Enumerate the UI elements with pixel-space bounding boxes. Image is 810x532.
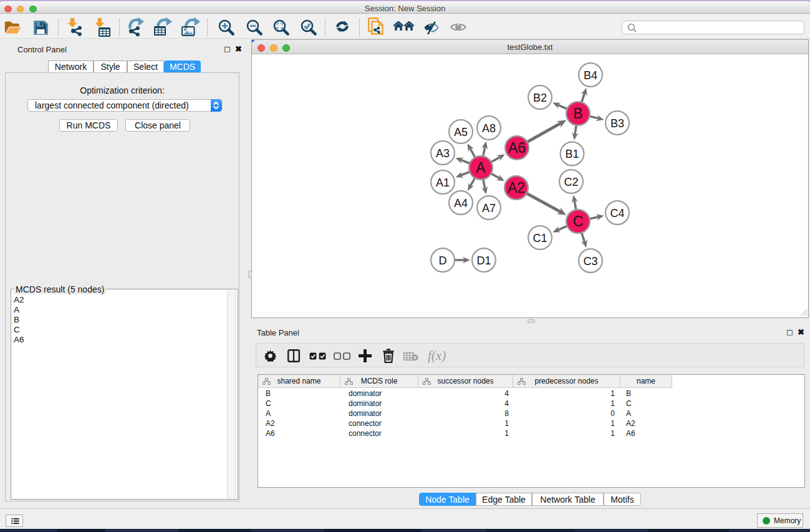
svg-text:A4: A4 xyxy=(454,197,468,210)
svg-text:A: A xyxy=(476,160,486,176)
svg-text:A1: A1 xyxy=(436,177,450,189)
svg-text:C1: C1 xyxy=(533,232,547,244)
svg-text:D1: D1 xyxy=(476,254,491,267)
svg-text:A8: A8 xyxy=(482,122,496,135)
svg-text:A3: A3 xyxy=(436,147,450,160)
svg-text:B: B xyxy=(573,105,582,122)
svg-text:C4: C4 xyxy=(610,207,624,220)
svg-text:B1: B1 xyxy=(565,148,579,160)
svg-text:B3: B3 xyxy=(610,117,624,130)
svg-text:A2: A2 xyxy=(508,180,525,196)
svg-text:C3: C3 xyxy=(583,255,597,268)
svg-text:B2: B2 xyxy=(533,92,547,104)
svg-text:C2: C2 xyxy=(564,176,578,188)
svg-text:A5: A5 xyxy=(454,126,468,138)
svg-text:A7: A7 xyxy=(482,202,496,215)
svg-text:D: D xyxy=(439,254,447,267)
svg-text:B4: B4 xyxy=(584,69,597,82)
svg-text:A6: A6 xyxy=(508,140,526,156)
svg-text:C: C xyxy=(573,213,584,230)
